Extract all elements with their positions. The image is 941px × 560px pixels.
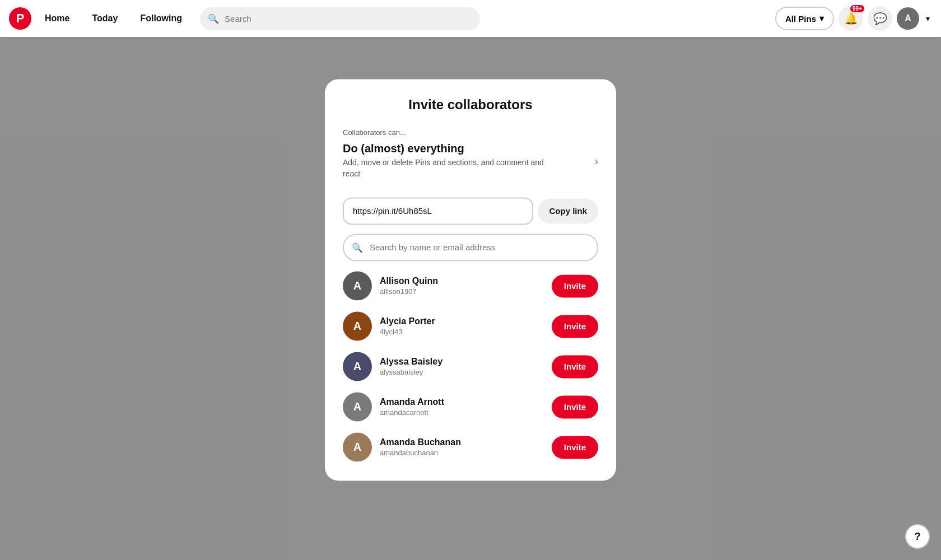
user-name: Amanda Arnott [380,397,544,407]
nav-search-container: 🔍 [200,7,480,30]
user-handle: amandacarnott [380,408,544,417]
pinterest-logo[interactable]: P [9,7,31,30]
user-avatar: A [343,352,372,381]
invite-button[interactable]: Invite [552,355,598,378]
user-avatar: A [343,312,372,341]
user-search-input[interactable] [343,234,598,262]
avatar-button[interactable]: A [897,7,919,30]
user-item: A Amanda Arnott amandacarnott Invite [343,387,598,427]
user-handle: amandabuchanan [380,449,544,457]
notification-badge: 99+ [850,5,864,12]
user-handle: allison1907 [380,287,544,296]
user-info: Amanda Buchanan amandabuchanan [380,437,544,457]
messages-button[interactable]: 💬 [868,6,892,31]
permission-text: Do (almost) everything Add, move or dele… [343,142,556,179]
user-item: A Alyssa Baisley alyssabaisley Invite [343,347,598,387]
invite-button[interactable]: Invite [552,395,598,418]
all-pins-label: All Pins [785,14,816,24]
permission-title: Do (almost) everything [343,142,556,155]
user-name: Alyssa Baisley [380,357,544,367]
user-search-container: 🔍 [343,234,598,262]
account-chevron[interactable]: ▾ [924,12,932,25]
user-item: A Alycia Porter 4lyci43 Invite [343,306,598,347]
user-avatar: A [343,393,372,422]
user-avatar: A [343,433,372,462]
all-pins-chevron: ▾ [819,13,824,24]
user-name: Allison Quinn [380,276,544,286]
user-item: A Allison Quinn allison1907 Invite [343,266,598,306]
modal-title: Invite collaborators [343,97,598,113]
nav-today[interactable]: Today [83,9,127,28]
nav-search-input[interactable] [200,7,480,30]
user-info: Allison Quinn allison1907 [380,276,544,296]
user-info: Amanda Arnott amandacarnott [380,397,544,417]
user-handle: alyssabaisley [380,368,544,376]
nav-right-actions: All Pins ▾ 🔔 99+ 💬 A ▾ [775,6,932,31]
user-search-icon: 🔍 [352,242,363,253]
user-handle: 4lyci43 [380,328,544,336]
invite-button[interactable]: Invite [552,274,598,297]
user-avatar: A [343,272,372,301]
permission-chevron-right: › [594,155,598,167]
all-pins-dropdown[interactable]: All Pins ▾ [775,7,834,30]
permission-description: Add, move or delete Pins and sections, a… [343,157,556,179]
invite-link-input[interactable] [343,198,533,225]
user-info: Alycia Porter 4lyci43 [380,316,544,336]
invite-button[interactable]: Invite [552,436,598,459]
invite-button[interactable]: Invite [552,315,598,338]
user-info: Alyssa Baisley alyssabaisley [380,357,544,376]
permission-selector[interactable]: Do (almost) everything Add, move or dele… [343,140,598,188]
user-name: Amanda Buchanan [380,437,544,447]
user-list: A Allison Quinn allison1907 Invite A Aly… [343,266,598,468]
invite-collaborators-modal: Invite collaborators Collaborators can..… [325,79,616,480]
collaborators-can-label: Collaborators can... [343,128,598,137]
link-row: Copy link [343,198,598,225]
nav-following[interactable]: Following [131,9,191,28]
help-button[interactable]: ? [905,524,930,549]
search-icon: 🔍 [208,13,219,24]
nav-home[interactable]: Home [36,9,78,28]
user-name: Alycia Porter [380,316,544,326]
user-item: A Amanda Buchanan amandabuchanan Invite [343,427,598,468]
copy-link-button[interactable]: Copy link [538,199,598,224]
navbar: P Home Today Following 🔍 All Pins ▾ 🔔 99… [0,0,941,37]
notifications-button[interactable]: 🔔 99+ [838,6,863,31]
